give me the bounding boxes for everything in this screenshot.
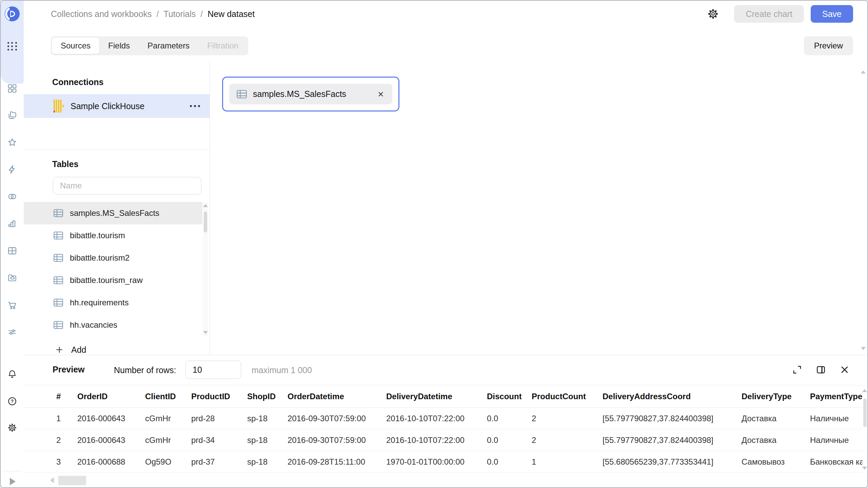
workbooks-icon[interactable] [7,83,17,94]
preview-scrollbar[interactable] [862,389,866,392]
settings-icon[interactable] [7,423,17,433]
table-icon [54,276,63,284]
preview-scrollbar-thumb[interactable] [863,399,867,427]
table-icon [237,90,247,99]
editor-icon[interactable] [7,164,17,175]
table-cell: Наличные [810,435,863,445]
preview-table-head: #OrderIDClientIDProductIDShopIDOrderDate… [24,385,863,408]
table-icon [54,209,63,217]
selected-source-node[interactable]: samples.MS_SalesFacts [222,77,399,111]
table-cell: 0.0 [487,414,532,423]
apps-grid-icon[interactable] [7,42,17,50]
split-view-icon[interactable] [816,365,826,375]
hscroll-thumb[interactable] [58,476,86,485]
breadcrumb-collections[interactable]: Collections and workbooks [51,9,152,19]
scroll-down-icon[interactable] [203,331,208,334]
add-table-label: Add [71,345,86,355]
table-cell: 2016-000688 [77,457,145,467]
tables-list-scrollbar[interactable] [203,202,208,336]
table-row: 32016-000688Og59Oprd-37sp-182016-09-28T1… [24,451,863,473]
table-cell: Банковская карта [810,457,863,467]
connection-menu-ellipsis-icon[interactable] [190,105,200,107]
table-item-hh-requirements[interactable]: hh.requirements [24,291,202,314]
tables-list: samples.MS_SalesFacts bibattle.tourism b… [24,202,202,336]
table-item-bibattle-tourism[interactable]: bibattle.tourism [24,224,202,247]
services-icon[interactable] [7,327,17,337]
table-item-bibattle-tourism2[interactable]: bibattle.tourism2 [24,247,202,269]
tables-title: Tables [52,159,78,169]
canvas-scroll-up-icon[interactable] [861,70,866,74]
column-header: OrderID [77,392,145,401]
table-cell: 2016-09-30T07:59:00 [288,414,386,423]
column-header: ShopID [247,392,288,401]
column-header: Discount [487,392,532,401]
rows-count-input[interactable] [185,361,241,379]
preview-title: Preview [53,365,85,374]
table-cell: sp-18 [247,457,288,467]
marketplace-icon[interactable] [7,300,17,310]
charts-icon[interactable] [7,219,17,229]
connection-item-sample-clickhouse[interactable]: Sample ClickHouse [24,94,210,118]
table-cell: 1970-01-01T00:00:00 [386,457,487,467]
tab-filtration: Filtration [198,38,247,54]
column-header: OrderDatetime [288,392,386,401]
collections-icon[interactable] [7,110,17,120]
preview-table-body: 12016-000643cGmHrprd-28sp-182016-09-30T0… [24,408,863,473]
tab-fields[interactable]: Fields [99,38,139,54]
breadcrumb-tutorials[interactable]: Tutorials [163,9,196,19]
table-cell: 0.0 [487,435,532,445]
canvas-scroll-down-icon[interactable] [861,347,866,350]
table-cell: prd-34 [191,435,247,445]
tab-sources[interactable]: Sources [52,38,99,54]
table-item-label: bibattle.tourism2 [70,253,130,263]
hscroll-left-icon[interactable] [50,477,54,483]
scroll-up-icon[interactable] [203,204,208,207]
column-header: DeliveryDatetime [386,392,487,401]
column-header: ProductID [191,392,247,401]
table-row: 12016-000643cGmHrprd-28sp-182016-09-30T0… [24,408,863,429]
table-cell: 1 [56,414,77,423]
breadcrumb-separator: / [156,9,159,19]
scroll-down-icon[interactable] [862,467,867,470]
scrollbar-thumb[interactable] [204,211,207,232]
datalens-logo-icon[interactable] [4,6,20,22]
connections-icon[interactable] [7,191,17,202]
preview-scrollbar-end[interactable] [862,467,866,470]
table-item-hh-vacancies[interactable]: hh.vacancies [24,314,202,336]
column-header: PaymentType [810,392,863,401]
close-preview-icon[interactable] [840,365,850,375]
table-cell: [55.797790827,37.824400398] [603,414,742,423]
storage-icon[interactable] [7,273,17,283]
table-icon [54,321,63,329]
column-header: DeliveryAddressCoord [603,392,742,401]
table-item-label: hh.vacancies [70,320,117,330]
preview-toggle-button[interactable]: Preview [804,36,853,55]
table-item-label: bibattle.tourism [70,231,125,240]
table-item-bibattle-tourism-raw[interactable]: bibattle.tourism_raw [24,269,202,291]
preview-controls [792,365,850,375]
table-cell: 2016-000643 [77,435,145,445]
dataset-settings-gear-icon[interactable] [707,8,719,20]
table-search-input[interactable] [53,177,201,195]
scroll-up-icon[interactable] [862,389,867,392]
table-cell: sp-18 [247,435,288,445]
datasets-icon[interactable] [7,246,17,256]
tab-parameters[interactable]: Parameters [139,38,198,54]
table-cell: Og59O [145,457,191,467]
table-cell: 2016-09-28T15:11:00 [288,457,386,467]
help-icon[interactable]: ? [7,396,17,406]
plus-icon [55,345,64,354]
table-cell: prd-28 [191,414,247,423]
create-chart-button[interactable]: Create chart [734,5,804,23]
notifications-icon[interactable] [7,369,17,379]
table-cell: 2 [532,435,603,445]
favorites-icon[interactable] [7,137,17,147]
rows-count-label: Number of rows: [114,365,176,375]
fullscreen-icon[interactable] [792,365,802,375]
top-actions: Create chart Save [707,1,853,27]
save-button[interactable]: Save [811,5,853,23]
expand-panel-icon[interactable] [10,478,16,485]
column-header: # [56,392,77,401]
table-item-samples-ms-salesfacts[interactable]: samples.MS_SalesFacts [24,202,202,224]
remove-source-icon[interactable] [377,90,385,98]
